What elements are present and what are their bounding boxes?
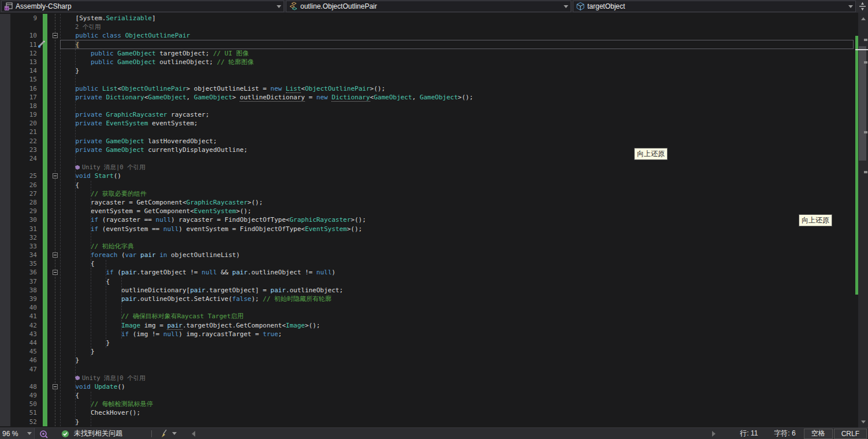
breakpoint-margin-cell[interactable] <box>0 251 10 259</box>
code-text <box>60 102 855 110</box>
code-token: .outlineObject.SetActive( <box>136 295 232 303</box>
breakpoint-margin-cell[interactable] <box>0 268 10 277</box>
breakpoint-margin-cell[interactable] <box>0 365 10 374</box>
breakpoint-margin-cell[interactable] <box>0 338 10 347</box>
change-tracking-bar <box>43 418 47 426</box>
chevron-down-icon <box>848 5 853 8</box>
breakpoint-margin-cell[interactable] <box>0 391 10 400</box>
breakpoint-margin-cell[interactable] <box>0 215 10 224</box>
fold-collapse-box[interactable] <box>53 384 58 389</box>
code-editor[interactable]: 9 [System.Serializable]2 个引用10 public cl… <box>0 13 855 427</box>
code-cleanup-button[interactable] <box>160 429 177 438</box>
line-number: 46 <box>10 356 43 364</box>
breakpoint-margin-cell[interactable] <box>0 154 10 163</box>
scrollbar-marker <box>864 39 867 41</box>
fold-margin-cell <box>47 128 60 136</box>
breakpoint-margin-cell[interactable] <box>0 330 10 338</box>
breakpoint-margin-cell[interactable] <box>0 312 10 321</box>
zoom-level-dropdown[interactable]: 96 % <box>0 428 35 439</box>
code-text: private GameObject currentlyDisplayedOut… <box>60 146 855 154</box>
member-dropdown[interactable]: targetObject <box>573 1 856 12</box>
code-line: 13 public GameObject outlineObject; // 轮… <box>0 58 855 66</box>
document-health-indicator[interactable]: 未找到相关问题 <box>61 429 122 438</box>
line-number: 26 <box>10 181 43 189</box>
split-editor-button[interactable] <box>856 0 868 13</box>
breakpoint-margin-cell[interactable] <box>0 163 10 172</box>
line-number: 32 <box>10 233 43 242</box>
breakpoint-margin-cell[interactable] <box>0 295 10 303</box>
breakpoint-margin-cell[interactable] <box>0 277 10 286</box>
breakpoint-margin-cell[interactable] <box>0 23 10 31</box>
fold-margin-cell <box>47 330 60 338</box>
code-token: (eventSystem == <box>98 225 163 233</box>
breakpoint-margin-cell[interactable] <box>0 189 10 198</box>
line-number: 52 <box>10 418 43 426</box>
spaces-toggle[interactable]: 空格 <box>804 429 833 439</box>
breakpoint-margin-cell[interactable] <box>0 225 10 233</box>
breakpoint-margin-cell[interactable] <box>0 172 10 180</box>
breakpoint-margin-cell[interactable] <box>0 93 10 102</box>
code-token: } <box>60 348 95 355</box>
breakpoint-margin-cell[interactable] <box>0 207 10 215</box>
breakpoint-margin-cell[interactable] <box>0 181 10 189</box>
breakpoint-margin-cell[interactable] <box>0 418 10 426</box>
breakpoint-margin-cell[interactable] <box>0 14 10 23</box>
breakpoint-margin-cell[interactable] <box>0 233 10 242</box>
scroll-up-button[interactable] <box>858 14 868 23</box>
code-token: GameObject <box>117 58 155 66</box>
code-text: // 初始化字典 <box>60 242 855 251</box>
breakpoint-margin-cell[interactable] <box>0 303 10 312</box>
eol-indicator[interactable]: CRLF <box>834 429 867 439</box>
breakpoint-margin-cell[interactable] <box>0 110 10 119</box>
breakpoint-margin-cell[interactable] <box>0 259 10 268</box>
code-token: if <box>121 330 129 338</box>
char-indicator[interactable]: 字符: 6 <box>774 429 795 438</box>
breakpoint-margin-cell[interactable] <box>0 286 10 295</box>
breakpoint-margin-cell[interactable] <box>0 49 10 58</box>
breakpoint-margin-cell[interactable] <box>0 31 10 40</box>
breakpoint-margin-cell[interactable] <box>0 40 10 49</box>
breakpoint-margin-cell[interactable] <box>0 58 10 66</box>
fold-collapse-box[interactable] <box>53 33 58 38</box>
breakpoint-margin-cell[interactable] <box>0 242 10 251</box>
breakpoint-margin-cell[interactable] <box>0 137 10 146</box>
line-indicator[interactable]: 行: 11 <box>740 429 758 438</box>
breakpoint-margin-cell[interactable] <box>0 128 10 136</box>
codelens-text[interactable]: Unity 消息|0 个引用 <box>82 374 145 382</box>
fold-collapse-box[interactable] <box>53 270 58 275</box>
fold-collapse-box[interactable] <box>53 173 58 178</box>
change-tracking-bar <box>43 391 47 400</box>
code-token: .outlineObject != <box>248 269 316 276</box>
change-tracking-bar <box>43 163 47 172</box>
code-text: if (eventSystem == null) eventSystem = F… <box>60 225 855 233</box>
horizontal-scrollbar-track[interactable] <box>195 428 712 439</box>
fold-margin-cell <box>47 251 60 259</box>
breakpoint-margin-cell[interactable] <box>0 400 10 408</box>
project-dropdown[interactable]: Assembly-CSharp <box>1 1 284 12</box>
breakpoint-margin-cell[interactable] <box>0 408 10 417</box>
scrollbar-caret-marker <box>855 49 868 50</box>
vertical-scrollbar[interactable] <box>858 13 868 427</box>
breakpoint-margin-cell[interactable] <box>0 75 10 84</box>
code-token: && <box>217 269 233 276</box>
fold-collapse-box[interactable] <box>53 252 58 258</box>
codelens-text[interactable]: 2 个引用 <box>75 23 100 31</box>
type-dropdown[interactable]: outline.ObjectOutlinePair <box>286 1 571 12</box>
intellicode-icon[interactable] <box>38 429 49 438</box>
breakpoint-margin-cell[interactable] <box>0 347 10 356</box>
breakpoint-margin-cell[interactable] <box>0 84 10 93</box>
scroll-down-button[interactable] <box>858 417 868 426</box>
breakpoint-margin-cell[interactable] <box>0 356 10 364</box>
breakpoint-margin-cell[interactable] <box>0 146 10 154</box>
breakpoint-margin-cell[interactable] <box>0 374 10 382</box>
breakpoint-margin-cell[interactable] <box>0 119 10 128</box>
breakpoint-margin-cell[interactable] <box>0 102 10 110</box>
breakpoint-margin-cell[interactable] <box>0 66 10 75</box>
code-token: class <box>102 32 121 39</box>
breakpoint-margin-cell[interactable] <box>0 382 10 391</box>
hscroll-right-button[interactable] <box>712 431 716 437</box>
code-token <box>98 85 102 92</box>
codelens-text[interactable]: Unity 消息|0 个引用 <box>82 163 145 172</box>
breakpoint-margin-cell[interactable] <box>0 321 10 330</box>
breakpoint-margin-cell[interactable] <box>0 198 10 207</box>
